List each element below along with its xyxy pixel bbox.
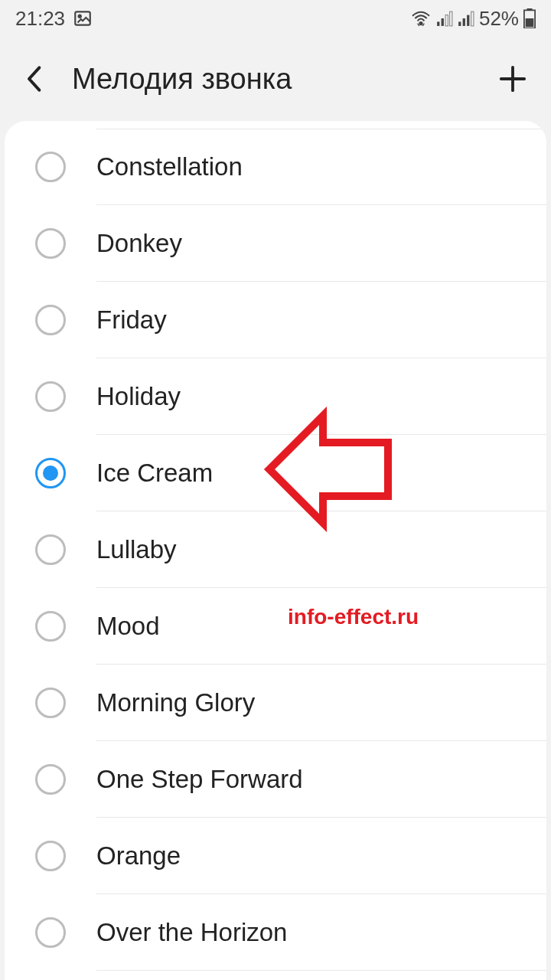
radio-button[interactable] bbox=[35, 611, 66, 642]
radio-button[interactable] bbox=[35, 764, 66, 795]
ringtone-label: Friday bbox=[96, 305, 167, 335]
radio-button[interactable] bbox=[35, 381, 66, 412]
ringtone-list: ConstellationDonkeyFridayHolidayIce Crea… bbox=[5, 129, 546, 971]
ringtone-label: Constellation bbox=[96, 152, 243, 181]
svg-rect-5 bbox=[445, 15, 448, 26]
svg-rect-13 bbox=[526, 18, 534, 27]
ringtone-label-wrap: Morning Glory bbox=[96, 665, 546, 741]
battery-icon bbox=[523, 8, 536, 28]
page-title: Мелодия звонка bbox=[72, 63, 493, 96]
status-bar: 21:23 bbox=[0, 0, 551, 37]
svg-rect-3 bbox=[437, 21, 439, 26]
battery-text: 52% bbox=[479, 7, 519, 31]
ringtone-label-wrap: Donkey bbox=[96, 205, 546, 282]
picture-icon bbox=[73, 8, 93, 28]
ringtone-label-wrap: Holiday bbox=[96, 358, 546, 435]
radio-button[interactable] bbox=[35, 841, 66, 871]
ringtone-item[interactable]: Holiday bbox=[5, 358, 546, 435]
ringtone-item[interactable]: Lullaby bbox=[5, 511, 546, 588]
svg-rect-9 bbox=[467, 15, 469, 26]
ringtone-item[interactable]: Constellation bbox=[5, 129, 546, 205]
ringtone-label-wrap: Orange bbox=[96, 818, 546, 894]
radio-button[interactable] bbox=[35, 152, 66, 182]
ringtone-label: Over the Horizon bbox=[96, 918, 287, 947]
app-bar: Мелодия звонка bbox=[0, 37, 551, 121]
wifi-icon bbox=[410, 10, 432, 27]
ringtone-label-wrap: Constellation bbox=[96, 129, 546, 205]
ringtone-label: Mood bbox=[96, 612, 160, 641]
ringtone-item[interactable]: Orange bbox=[5, 818, 546, 894]
svg-rect-6 bbox=[450, 11, 452, 26]
ringtone-label-wrap: Over the Horizon bbox=[96, 894, 546, 971]
svg-rect-10 bbox=[471, 11, 474, 26]
ringtone-label: Holiday bbox=[96, 382, 181, 411]
ringtone-item[interactable]: One Step Forward bbox=[5, 741, 546, 818]
ringtone-label: Ice Cream bbox=[96, 459, 213, 488]
ringtone-label-wrap: One Step Forward bbox=[96, 741, 546, 818]
ringtone-label-wrap: Ice Cream bbox=[96, 435, 546, 511]
ringtone-item[interactable]: Over the Horizon bbox=[5, 894, 546, 971]
ringtone-item[interactable]: Mood bbox=[5, 588, 546, 665]
radio-button[interactable] bbox=[35, 917, 66, 948]
ringtone-label: Orange bbox=[96, 841, 181, 871]
ringtone-label: Lullaby bbox=[96, 535, 177, 564]
ringtone-label: Donkey bbox=[96, 229, 182, 258]
ringtone-label: One Step Forward bbox=[96, 765, 303, 794]
ringtone-label-wrap: Mood bbox=[96, 588, 546, 665]
svg-point-2 bbox=[419, 22, 422, 24]
ringtone-label-wrap: Lullaby bbox=[96, 511, 546, 588]
ringtone-item[interactable]: Ice Cream bbox=[5, 435, 546, 511]
svg-rect-4 bbox=[442, 18, 444, 26]
ringtone-label-wrap: Friday bbox=[96, 282, 546, 358]
radio-button[interactable] bbox=[35, 305, 66, 335]
svg-rect-7 bbox=[458, 21, 461, 26]
add-button[interactable] bbox=[493, 59, 533, 99]
signal-icon-2 bbox=[458, 10, 474, 27]
radio-button[interactable] bbox=[35, 228, 66, 259]
status-time: 21:23 bbox=[15, 7, 65, 31]
ringtone-item[interactable]: Donkey bbox=[5, 205, 546, 282]
ringtone-item[interactable]: Friday bbox=[5, 282, 546, 358]
ringtone-card: ConstellationDonkeyFridayHolidayIce Crea… bbox=[5, 121, 546, 980]
svg-rect-8 bbox=[463, 18, 465, 26]
signal-icon-1 bbox=[436, 10, 453, 27]
back-button[interactable] bbox=[15, 59, 55, 99]
radio-button[interactable] bbox=[35, 688, 66, 718]
radio-button[interactable] bbox=[35, 458, 66, 488]
ringtone-item[interactable]: Morning Glory bbox=[5, 665, 546, 741]
ringtone-label: Morning Glory bbox=[96, 688, 255, 717]
svg-point-1 bbox=[79, 15, 81, 18]
radio-button[interactable] bbox=[35, 534, 66, 565]
